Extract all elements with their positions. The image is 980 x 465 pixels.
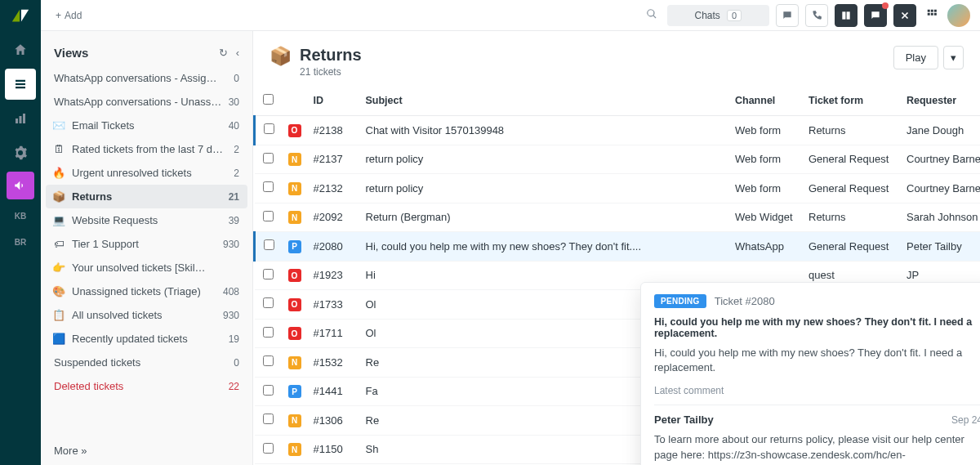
sidebar-item[interactable]: Suspended tickets0 [41, 351, 252, 374]
ticket-channel: Web form [728, 145, 802, 174]
status-badge: P [288, 240, 301, 253]
col-id[interactable]: ID [307, 86, 359, 116]
sidebar-item[interactable]: 🟦Recently updated tickets19 [41, 327, 252, 351]
table-row[interactable]: N#2092Return (Bergman)Web WidgetReturnsS… [255, 203, 981, 232]
status-badge: P [288, 385, 301, 398]
ticket-preview-card: PENDING Ticket #2080 Hi, could you help … [640, 282, 980, 465]
conversations-icon[interactable] [776, 4, 799, 27]
col-channel[interactable]: Channel [728, 86, 802, 116]
view-icon: ✉️ [52, 119, 65, 132]
table-row[interactable]: O#2138Chat with Visitor 1570139948Web fo… [255, 116, 981, 145]
view-label: Suspended tickets [54, 356, 227, 369]
svg-rect-12 [931, 13, 933, 16]
view-icon: 📦 [52, 190, 65, 203]
sidebar-item[interactable]: 💻Website Requests39 [41, 208, 252, 232]
view-icon: 🎨 [52, 285, 65, 297]
row-checkbox[interactable] [263, 385, 274, 396]
ticket-form: Returns [802, 116, 900, 145]
views-sidebar: Views ↻ ‹ WhatsApp conversations - Assig… [41, 31, 253, 465]
chats-label: Chats [695, 10, 720, 21]
sidebar-item[interactable]: Deleted tickets22 [41, 374, 252, 398]
row-checkbox[interactable] [263, 269, 274, 279]
rail-reporting-icon[interactable] [5, 103, 36, 134]
apps-grid-icon[interactable] [923, 5, 941, 25]
ticket-id: #2137 [307, 145, 359, 174]
row-checkbox[interactable] [263, 153, 274, 163]
chats-button[interactable]: Chats 0 [667, 5, 769, 26]
brand-logo[interactable] [9, 7, 32, 26]
svg-rect-9 [931, 10, 933, 12]
view-count: 408 [223, 286, 239, 297]
views-title: Views [54, 46, 88, 60]
col-requester[interactable]: Requester [900, 86, 980, 116]
sidebar-item[interactable]: 📦Returns21 [46, 185, 247, 208]
row-checkbox[interactable] [263, 181, 274, 192]
ticket-id: #2132 [307, 174, 359, 203]
preview-latest-label: Latest comment [654, 385, 980, 396]
avatar[interactable] [947, 4, 970, 27]
row-checkbox[interactable] [263, 414, 274, 424]
chat-alert-icon[interactable] [864, 4, 887, 27]
svg-rect-13 [934, 13, 937, 16]
rail-admin-icon[interactable] [5, 137, 36, 168]
play-menu-button[interactable]: ▾ [943, 46, 964, 69]
status-badge: O [288, 124, 301, 137]
ticket-requester: Jane Dough [900, 116, 980, 145]
search-icon[interactable] [643, 5, 661, 25]
row-checkbox[interactable] [263, 297, 274, 308]
row-checkbox[interactable] [263, 327, 274, 338]
preview-author: Peter Tailby [654, 414, 714, 426]
rail-br-link[interactable]: BR [8, 232, 33, 252]
rail-announcement-icon[interactable] [7, 172, 34, 199]
sidebar-item[interactable]: 🎨Unassigned tickets (Triage)408 [41, 279, 252, 303]
rail-views-icon[interactable] [5, 69, 36, 100]
svg-rect-2 [16, 87, 25, 88]
content-area: 📦 Returns 21 tickets Play ▾ [253, 31, 980, 465]
phone-icon[interactable] [805, 4, 828, 27]
view-count: 930 [223, 310, 239, 321]
select-all-checkbox[interactable] [263, 94, 274, 105]
sidebar-item[interactable]: 🗓Rated tickets from the last 7 d…2 [41, 137, 252, 161]
table-row[interactable]: N#2132return policyWeb formGeneral Reque… [255, 174, 981, 203]
ticket-id: #1711 [307, 319, 359, 348]
preview-date: Sep 24 [951, 414, 980, 426]
row-checkbox[interactable] [263, 211, 274, 221]
ticket-channel: WhatsApp [728, 232, 802, 262]
sidebar-item[interactable]: 👉Your unsolved tickets [Skil… [41, 256, 252, 279]
row-checkbox[interactable] [263, 443, 274, 454]
svg-rect-11 [928, 13, 930, 16]
collapse-icon[interactable]: ‹ [236, 47, 239, 59]
chats-count: 0 [727, 10, 742, 21]
row-checkbox[interactable] [263, 355, 274, 366]
sidebar-item[interactable]: WhatsApp conversations - Assig…0 [41, 66, 252, 90]
ticket-id: #1923 [307, 261, 359, 290]
status-badge: N [288, 443, 301, 456]
rail-home-icon[interactable] [5, 34, 36, 65]
ticket-subject: Chat with Visitor 1570139948 [359, 116, 729, 145]
table-row[interactable]: P#2080Hi, could you help me with my new … [255, 232, 981, 262]
ticket-id: #1532 [307, 348, 359, 378]
col-form[interactable]: Ticket form [802, 86, 900, 116]
panel-icon[interactable] [835, 4, 858, 27]
svg-rect-1 [16, 83, 25, 85]
sidebar-item[interactable]: 🔥Urgent unresolved tickets2 [41, 161, 252, 185]
table-row[interactable]: N#2137return policyWeb formGeneral Reque… [255, 145, 981, 174]
add-button[interactable]: + Add [51, 7, 87, 25]
row-checkbox[interactable] [264, 123, 274, 134]
svg-rect-3 [16, 118, 18, 123]
refresh-icon[interactable]: ↻ [219, 47, 228, 59]
row-checkbox[interactable] [264, 239, 274, 250]
svg-rect-7 [847, 11, 850, 19]
views-more-link[interactable]: More » [41, 436, 252, 465]
sidebar-item[interactable]: 📋All unsolved tickets930 [41, 303, 252, 327]
col-subject[interactable]: Subject [359, 86, 729, 116]
view-label: WhatsApp conversations - Unass… [54, 96, 222, 108]
close-panel-icon[interactable] [893, 4, 916, 27]
sidebar-item[interactable]: ✉️Email Tickets40 [41, 114, 252, 137]
view-icon: 🟦 [52, 333, 65, 345]
sidebar-item[interactable]: WhatsApp conversations - Unass…30 [41, 90, 252, 114]
rail-kb-link[interactable]: KB [8, 206, 33, 226]
play-button[interactable]: Play [893, 46, 938, 69]
view-label: Website Requests [72, 214, 222, 226]
sidebar-item[interactable]: 🏷Tier 1 Support930 [41, 232, 252, 256]
